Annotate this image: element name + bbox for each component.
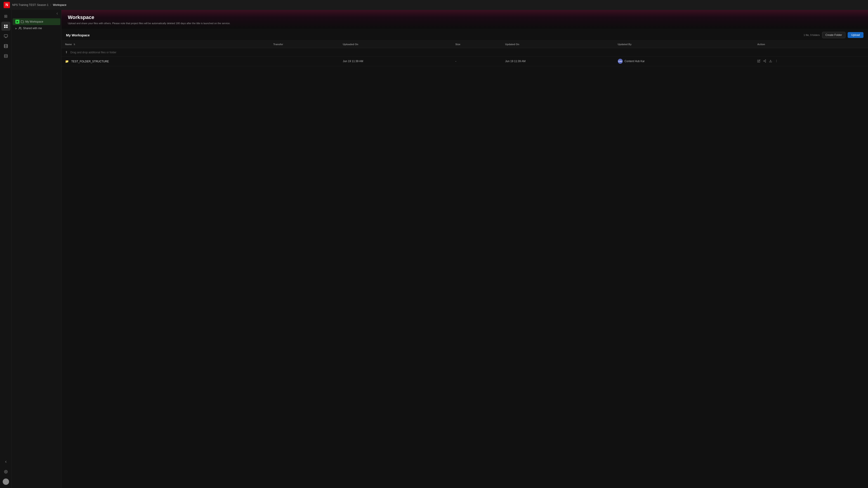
svg-point-20: [765, 60, 766, 61]
svg-point-27: [776, 61, 777, 61]
user-avatar: [3, 479, 9, 485]
action-icons: [757, 59, 864, 63]
content-area: Workspace Upload and share your files wi…: [61, 10, 868, 488]
col-size: Size: [452, 41, 502, 48]
sidebar-my-workspace-label: My Workspace: [25, 20, 58, 23]
files-table: Name ⇅ Transfer Uploaded On Size Updated…: [61, 41, 868, 66]
table-header-row: Name ⇅ Transfer Uploaded On Size Updated…: [61, 41, 868, 48]
svg-point-21: [764, 61, 765, 61]
workspace-actions: 1 file, 9 folders Create Folder Upload: [804, 32, 864, 38]
netflix-logo: N: [4, 2, 10, 8]
svg-point-19: [19, 27, 20, 28]
nav-collapse-icon[interactable]: [1, 457, 10, 466]
breadcrumb-separator: /: [51, 3, 51, 6]
col-action: Action: [754, 41, 868, 48]
main-layout: ⊞ ▶ My Wor: [0, 10, 868, 488]
row-action-cell: [754, 57, 868, 66]
svg-line-23: [764, 61, 765, 62]
user-avatar-nav[interactable]: [1, 477, 10, 486]
sidebar-collapse-button[interactable]: [12, 10, 61, 17]
nav-settings-icon[interactable]: [1, 467, 10, 476]
top-bar: N NPS Training TEST: Season 1 / Workspac…: [0, 0, 868, 10]
svg-rect-4: [4, 35, 7, 37]
svg-rect-1: [6, 25, 7, 26]
row-name-cell: 📁 TEST_FOLDER_STRUCTURE: [61, 57, 270, 66]
updated-by-avatar: CHK: [618, 59, 623, 64]
svg-rect-3: [6, 27, 7, 28]
icon-nav: ⊞: [0, 10, 12, 488]
breadcrumb: NPS Training TEST: Season 1 / Workspace: [12, 3, 66, 6]
page-subtitle: Upload and share your files with others.…: [68, 22, 862, 25]
sort-icon: ⇅: [73, 43, 75, 46]
folder-row-icon: 📁: [65, 60, 69, 63]
drag-drop-text: Drag and drop additional files or folder: [70, 51, 116, 54]
file-count: 1 file, 9 folders: [804, 34, 820, 36]
sidebar: ▶ My Workspace ▶ Shared with me: [12, 10, 61, 488]
folder-name[interactable]: TEST_FOLDER_STRUCTURE: [71, 60, 109, 63]
more-icon[interactable]: [775, 59, 778, 63]
upload-arrow-icon: ⬆: [65, 51, 68, 54]
shared-icon: [19, 27, 22, 30]
row-updated-on-cell: Jun 19 11:39 AM: [502, 57, 614, 66]
nav-files-icon[interactable]: [1, 22, 10, 31]
nav-panel-icon[interactable]: [1, 52, 10, 61]
col-updated-on: Updated On: [502, 41, 614, 48]
workspace-header: My Workspace 1 file, 9 folders Create Fo…: [61, 29, 868, 41]
breadcrumb-parent[interactable]: NPS Training TEST: Season 1: [12, 3, 49, 6]
sidebar-item-shared-with-me[interactable]: ▶ Shared with me: [13, 25, 60, 31]
edit-icon[interactable]: [757, 59, 761, 63]
create-folder-button[interactable]: Create Folder: [822, 32, 845, 38]
download-icon[interactable]: [769, 59, 772, 63]
nav-film-icon[interactable]: [1, 41, 10, 51]
table-row: 📁 TEST_FOLDER_STRUCTURE Jun 19 11:39 AM …: [61, 57, 868, 66]
workspace-content: My Workspace 1 file, 9 folders Create Fo…: [61, 29, 868, 488]
sidebar-tree: ▶ My Workspace ▶ Shared with me: [12, 17, 61, 32]
svg-rect-15: [4, 55, 7, 58]
row-transfer-cell: [270, 57, 339, 66]
breadcrumb-current: Workspace: [53, 3, 66, 6]
folder-icon: [21, 20, 24, 23]
chevron-icon: ▶: [16, 27, 17, 30]
workspace-play-icon: ▶: [16, 20, 20, 24]
share-icon[interactable]: [763, 59, 766, 63]
svg-point-18: [5, 471, 6, 472]
file-table: Name ⇅ Transfer Uploaded On Size Updated…: [61, 41, 868, 488]
upload-button[interactable]: Upload: [848, 32, 864, 38]
col-uploaded-on: Uploaded On: [339, 41, 452, 48]
drag-drop-row[interactable]: ⬆ Drag and drop additional files or fold…: [61, 48, 868, 57]
row-size-cell: -: [452, 57, 502, 66]
nav-monitor-icon[interactable]: [1, 32, 10, 41]
svg-point-26: [776, 60, 777, 60]
workspace-inner: My Workspace 1 file, 9 folders Create Fo…: [61, 29, 868, 488]
col-updated-by: Updated By: [614, 41, 754, 48]
updated-by-name: Content Hub Kar: [625, 60, 645, 63]
page-header: Workspace Upload and share your files wi…: [61, 10, 868, 29]
svg-rect-2: [4, 27, 5, 28]
sidebar-item-my-workspace[interactable]: ▶ My Workspace: [13, 18, 60, 25]
page-title: Workspace: [68, 14, 862, 20]
row-updated-by-cell: CHK Content Hub Kar: [614, 57, 754, 66]
nav-grid-icon[interactable]: ⊞: [1, 12, 10, 21]
svg-rect-0: [4, 25, 5, 26]
sidebar-shared-label: Shared with me: [23, 27, 58, 30]
row-uploaded-on-cell: Jun 19 11:39 AM: [339, 57, 452, 66]
svg-line-24: [764, 60, 765, 61]
svg-point-28: [776, 62, 777, 62]
workspace-section-title: My Workspace: [66, 33, 90, 37]
svg-point-22: [765, 61, 766, 62]
col-name[interactable]: Name ⇅: [61, 41, 270, 48]
col-transfer: Transfer: [270, 41, 339, 48]
